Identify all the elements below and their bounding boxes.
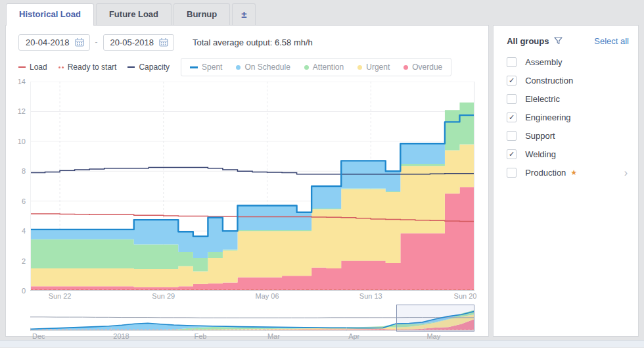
x-axis-label: Sun 22: [49, 292, 72, 300]
overdue-swatch: [403, 65, 408, 70]
legend-label: Spent: [202, 62, 222, 72]
calendar-icon[interactable]: [75, 37, 84, 47]
content-row: 20-04-2018 - 20-05-2018: [5, 25, 639, 337]
legend-item-overdue[interactable]: Overdue: [403, 62, 442, 72]
legend-item-capacity[interactable]: Capacity: [127, 62, 170, 72]
funnel-icon[interactable]: [554, 37, 563, 45]
checkbox-engineering[interactable]: ✓: [507, 112, 517, 122]
load-line-swatch: [18, 66, 26, 68]
y-axis: 02468101214: [14, 82, 30, 291]
group-label: Support: [525, 131, 555, 141]
group-row-support[interactable]: Support: [507, 130, 629, 142]
group-row-engineering[interactable]: ✓ Engineering: [507, 111, 629, 124]
add-tab-button[interactable]: ±: [232, 3, 256, 25]
group-label: Assembly: [525, 57, 562, 67]
date-to-input[interactable]: 20-05-2018: [103, 34, 175, 51]
legend-item-attention[interactable]: Attention: [304, 62, 344, 72]
groups-panel-title: All groups: [507, 36, 549, 46]
legend-label: Load: [30, 62, 47, 72]
date-from-value: 20-04-2018: [26, 37, 70, 47]
x-axis-label: Sun 20: [454, 292, 477, 300]
legend-item-urgent[interactable]: Urgent: [357, 62, 390, 72]
group-row-welding[interactable]: ✓ Welding: [507, 148, 629, 161]
legend-item-on-schedule[interactable]: On Schedule: [236, 62, 290, 72]
controls-row: 20-04-2018 - 20-05-2018: [18, 32, 479, 52]
group-label: Welding: [525, 149, 556, 159]
y-axis-label: 4: [22, 227, 26, 235]
navigator-month-label: Dec: [30, 332, 45, 340]
select-all-link[interactable]: Select all: [594, 36, 629, 46]
y-axis-label: 0: [22, 287, 26, 295]
date-from-input[interactable]: 20-04-2018: [18, 34, 90, 51]
x-axis-label: Sun 29: [152, 292, 175, 300]
group-label: Production: [525, 168, 566, 178]
y-axis-label: 10: [18, 137, 26, 145]
calendar-icon[interactable]: [159, 37, 168, 47]
tab-historical-load[interactable]: Historical Load: [6, 3, 94, 25]
legend-item-spent[interactable]: Spent: [190, 62, 222, 72]
groups-panel: All groups Select all Assembly ✓ Constru…: [493, 25, 639, 337]
tab-future-load[interactable]: Future Load: [96, 3, 172, 25]
navigator-month-label: Apr: [346, 332, 359, 340]
legend-label: Capacity: [139, 62, 170, 72]
y-axis-label: 6: [22, 197, 26, 205]
star-icon[interactable]: ★: [570, 168, 577, 177]
attention-swatch: [304, 65, 309, 70]
tab-burnup[interactable]: Burnup: [173, 3, 230, 25]
navigator-axis: Dec 2018 Feb Mar Apr May: [30, 332, 474, 341]
checkbox-construction[interactable]: ✓: [507, 76, 517, 86]
checkbox-production[interactable]: [507, 168, 517, 178]
x-axis-label: Sun 13: [359, 292, 382, 300]
checkbox-assembly[interactable]: [507, 57, 517, 67]
groups-panel-header: All groups Select all: [507, 36, 629, 46]
checkbox-elelectric[interactable]: [507, 94, 517, 104]
group-row-assembly[interactable]: Assembly: [507, 56, 629, 68]
ready-to-start-swatch: [58, 66, 60, 68]
navigator-month-label: Mar: [265, 332, 280, 340]
legend-label: Attention: [313, 62, 344, 72]
area-legend: Spent On Schedule Attention Urgent: [181, 58, 451, 76]
group-row-construction[interactable]: ✓ Construction: [507, 74, 629, 87]
group-label: Construction: [525, 76, 573, 86]
date-range-separator: -: [95, 37, 98, 47]
group-label: Engineering: [525, 112, 570, 122]
timeline-navigator[interactable]: Dec 2018 Feb Mar Apr May: [30, 305, 474, 341]
group-row-elelectric[interactable]: Elelectric: [507, 93, 629, 105]
y-axis-label: 12: [18, 107, 26, 115]
navigator-month-label: Feb: [193, 332, 207, 340]
navigator-month-label: May: [425, 332, 440, 340]
x-axis: Sun 22 Sun 29 May 06 Sun 13 Sun 20: [30, 291, 474, 301]
legend-row: Load Ready to start Capacity Spent: [18, 58, 479, 76]
chart-area: 02468101214: [14, 82, 479, 291]
y-axis-label: 2: [22, 257, 26, 265]
on-schedule-swatch: [236, 65, 241, 70]
navigator-selection-window[interactable]: [396, 305, 474, 332]
group-label: Elelectric: [525, 94, 560, 104]
navigator-month-label: 2018: [111, 332, 129, 340]
tab-bar: Historical Load Future Load Burnup ±: [6, 3, 639, 25]
x-axis-label: May 06: [255, 292, 279, 300]
legend-item-load[interactable]: Load: [18, 62, 47, 72]
legend-label: Urgent: [366, 62, 390, 72]
legend-item-ready-to-start[interactable]: Ready to start: [58, 62, 117, 72]
legend-label: On Schedule: [244, 62, 290, 72]
y-axis-label: 8: [22, 167, 26, 175]
chart-card: 20-04-2018 - 20-05-2018: [5, 25, 489, 337]
workload-page: Historical Load Future Load Burnup ± 20-…: [0, 0, 644, 347]
plus-underline-icon: ±: [241, 9, 246, 20]
spent-line-swatch: [190, 66, 198, 68]
line-legend: Load Ready to start Capacity: [18, 62, 170, 72]
date-to-value: 20-05-2018: [110, 37, 154, 47]
checkbox-support[interactable]: [507, 131, 517, 141]
checkbox-welding[interactable]: ✓: [507, 149, 517, 159]
group-list: Assembly ✓ Construction Elelectric ✓ Eng…: [507, 56, 629, 179]
capacity-line-swatch: [127, 66, 135, 68]
legend-label: Overdue: [412, 62, 442, 72]
legend-label: Ready to start: [68, 62, 117, 72]
chevron-right-icon[interactable]: ›: [624, 169, 629, 177]
group-row-production[interactable]: Production ★ ›: [507, 166, 629, 179]
urgent-swatch: [357, 65, 362, 70]
total-average-output: Total average output: 6.58 mh/h: [193, 37, 313, 47]
y-axis-label: 14: [18, 78, 26, 86]
main-chart-canvas: [30, 82, 474, 291]
